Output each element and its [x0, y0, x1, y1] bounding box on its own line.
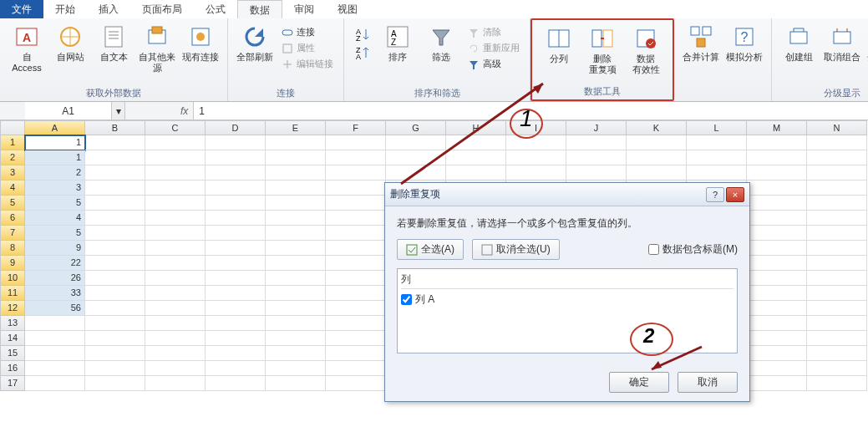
cell-C4[interactable]	[145, 180, 206, 196]
cell-N15[interactable]	[807, 346, 867, 361]
cell-F16[interactable]	[326, 361, 386, 376]
col-header-F[interactable]: F	[326, 120, 386, 135]
cell-E4[interactable]	[266, 180, 326, 196]
btn-sort[interactable]: AZ排序	[378, 22, 418, 64]
cell-B9[interactable]	[85, 256, 145, 271]
col-header-I[interactable]: I	[506, 120, 566, 135]
btn-from-access[interactable]: A自 Access	[7, 22, 47, 75]
cell-D11[interactable]	[206, 286, 266, 301]
row-header-7[interactable]: 7	[0, 226, 25, 241]
cell-M4[interactable]	[747, 180, 807, 196]
cancel-button[interactable]: 取消	[678, 372, 738, 393]
cell-B15[interactable]	[85, 346, 145, 361]
cell-L1[interactable]	[687, 135, 747, 150]
cell-B8[interactable]	[85, 241, 145, 256]
cell-A16[interactable]	[25, 361, 85, 376]
cell-B16[interactable]	[85, 361, 145, 376]
col-header-K[interactable]: K	[627, 120, 687, 135]
cell-N6[interactable]	[807, 211, 867, 226]
tab-review[interactable]: 审阅	[282, 0, 326, 18]
select-all-button[interactable]: 全选(A)	[397, 239, 464, 260]
cell-B6[interactable]	[85, 211, 145, 226]
col-header-A[interactable]: A	[25, 120, 85, 135]
cell-E3[interactable]	[266, 165, 326, 180]
row-header-6[interactable]: 6	[0, 211, 25, 226]
cell-N7[interactable]	[807, 226, 867, 241]
btn-connections[interactable]: 连接	[278, 25, 337, 39]
btn-from-other[interactable]: 自其他来源	[137, 22, 177, 75]
cell-E9[interactable]	[266, 256, 326, 271]
cell-E16[interactable]	[266, 361, 326, 376]
cell-E8[interactable]	[266, 241, 326, 256]
cell-M11[interactable]	[747, 286, 807, 301]
cell-F12[interactable]	[326, 301, 386, 316]
dialog-titlebar[interactable]: 删除重复项 ? ×	[385, 183, 749, 206]
btn-whatif[interactable]: ?模拟分析	[724, 22, 764, 64]
cell-K2[interactable]	[627, 150, 687, 165]
cell-F5[interactable]	[326, 196, 386, 211]
cell-C5[interactable]	[145, 196, 206, 211]
tab-data[interactable]: 数据	[237, 0, 282, 18]
btn-text-to-columns[interactable]: 分列	[539, 23, 579, 66]
btn-group[interactable]: 创建组	[779, 22, 819, 64]
fx-label[interactable]: fx	[175, 105, 193, 117]
cell-C10[interactable]	[145, 271, 206, 286]
tab-view[interactable]: 视图	[326, 0, 369, 18]
cell-E10[interactable]	[266, 271, 326, 286]
cell-A3[interactable]: 2	[25, 165, 85, 180]
cell-F15[interactable]	[326, 346, 386, 361]
cell-E13[interactable]	[266, 316, 326, 331]
row-header-11[interactable]: 11	[0, 286, 25, 301]
has-header-checkbox-label[interactable]: 数据包含标题(M)	[648, 242, 738, 257]
listbox-item-col-a[interactable]: 列 A	[401, 292, 733, 307]
tab-layout[interactable]: 页面布局	[130, 0, 194, 18]
btn-data-validation[interactable]: 数据 有效性	[626, 23, 666, 77]
cell-H3[interactable]	[446, 165, 506, 180]
col-a-checkbox[interactable]	[401, 294, 412, 305]
select-all-corner[interactable]	[0, 120, 25, 135]
cell-B14[interactable]	[85, 331, 145, 346]
cell-B10[interactable]	[85, 271, 145, 286]
cell-A15[interactable]	[25, 346, 85, 361]
cell-A10[interactable]: 26	[25, 271, 85, 286]
cell-J2[interactable]	[566, 150, 627, 165]
row-header-14[interactable]: 14	[0, 331, 25, 346]
cell-B2[interactable]	[85, 150, 145, 165]
cell-B7[interactable]	[85, 226, 145, 241]
cell-B11[interactable]	[85, 286, 145, 301]
cell-D8[interactable]	[206, 241, 266, 256]
cell-F1[interactable]	[326, 135, 386, 150]
btn-consolidate[interactable]: 合并计算	[681, 22, 721, 64]
cell-A9[interactable]: 22	[25, 256, 85, 271]
cell-N12[interactable]	[807, 301, 867, 316]
cell-J1[interactable]	[566, 135, 627, 150]
row-header-8[interactable]: 8	[0, 241, 25, 256]
row-header-12[interactable]: 12	[0, 301, 25, 316]
cell-F14[interactable]	[326, 331, 386, 346]
cell-N10[interactable]	[807, 271, 867, 286]
name-box-dropdown[interactable]: ▾	[111, 102, 124, 119]
cell-A2[interactable]: 1	[25, 150, 85, 165]
cell-N8[interactable]	[807, 241, 867, 256]
cell-M17[interactable]	[747, 376, 807, 391]
cell-D2[interactable]	[206, 150, 266, 165]
row-header-16[interactable]: 16	[0, 361, 25, 376]
col-header-N[interactable]: N	[807, 120, 867, 135]
cell-D12[interactable]	[206, 301, 266, 316]
cell-B3[interactable]	[85, 165, 145, 180]
cell-M7[interactable]	[747, 226, 807, 241]
cell-M2[interactable]	[747, 150, 807, 165]
cell-N2[interactable]	[807, 150, 867, 165]
col-header-G[interactable]: G	[386, 120, 446, 135]
row-header-2[interactable]: 2	[0, 150, 25, 165]
cell-E2[interactable]	[266, 150, 326, 165]
tab-file[interactable]: 文件	[0, 0, 43, 18]
cell-E6[interactable]	[266, 211, 326, 226]
cell-M16[interactable]	[747, 361, 807, 376]
cell-G2[interactable]	[386, 150, 446, 165]
cell-N13[interactable]	[807, 316, 867, 331]
tab-home[interactable]: 开始	[43, 0, 87, 18]
cell-C7[interactable]	[145, 226, 206, 241]
row-header-13[interactable]: 13	[0, 316, 25, 331]
cell-I3[interactable]	[506, 165, 566, 180]
